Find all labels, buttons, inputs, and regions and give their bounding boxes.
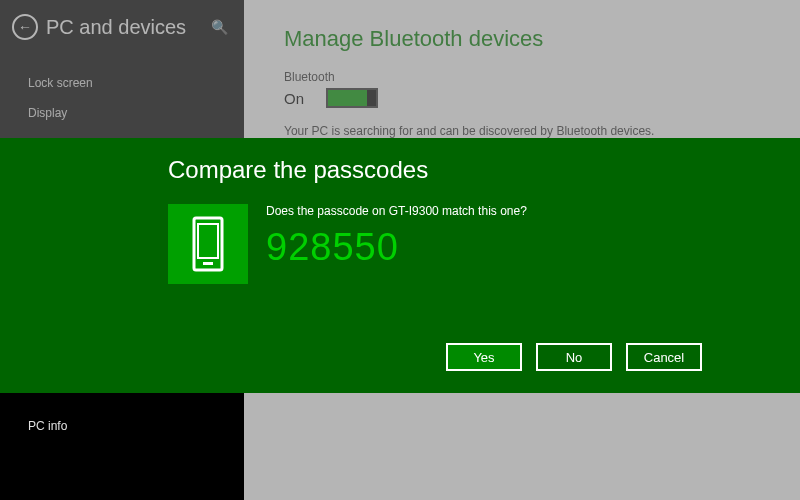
sidebar-bottom: PC info	[0, 393, 244, 500]
dialog-question: Does the passcode on GT-I9300 match this…	[266, 204, 527, 218]
svg-rect-1	[198, 224, 218, 258]
dialog-title: Compare the passcodes	[168, 156, 800, 184]
device-phone-icon	[168, 204, 248, 284]
svg-rect-2	[203, 262, 213, 265]
passcode-display: 928550	[266, 226, 527, 269]
passcode-dialog: Compare the passcodes Does the passcode …	[0, 138, 800, 393]
cancel-button[interactable]: Cancel	[626, 343, 702, 371]
sidebar-item-pc-info[interactable]: PC info	[0, 409, 244, 443]
no-button[interactable]: No	[536, 343, 612, 371]
yes-button[interactable]: Yes	[446, 343, 522, 371]
dialog-actions: Yes No Cancel	[446, 343, 702, 371]
